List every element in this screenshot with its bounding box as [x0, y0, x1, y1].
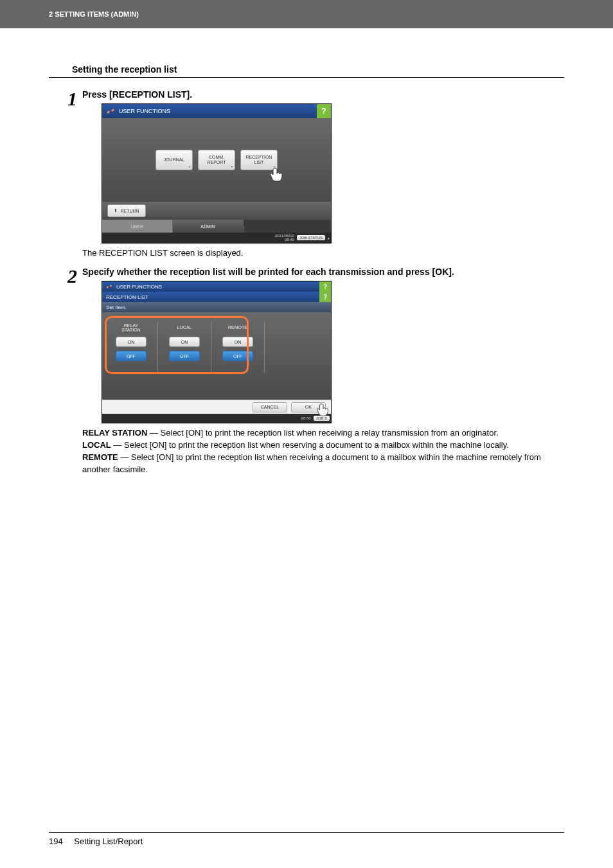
relay-on-button[interactable]: ON	[116, 337, 147, 347]
content: Setting the reception list 1 Press [RECE…	[0, 28, 613, 476]
screenshot-1: USER FUNCTIONS ? JOURNAL ▸ COMM. REPORT …	[102, 103, 332, 244]
screen-title: USER FUNCTIONS	[116, 284, 162, 290]
return-button[interactable]: ⬆ RETURN	[107, 204, 146, 217]
col-label: RELAY STATION	[109, 321, 154, 334]
expand-icon: ▸	[189, 164, 191, 169]
divider	[157, 321, 158, 373]
divider	[211, 321, 211, 373]
journal-label: JOURNAL	[164, 157, 185, 163]
screen-subtitle: RECEPTION LIST	[106, 294, 148, 300]
col-remote: REMOTE ON OFF	[215, 321, 260, 373]
col-local: LOCAL ON OFF	[162, 321, 207, 373]
ok-button[interactable]: OK	[291, 402, 326, 412]
screenshot-2-wrap: USER FUNCTIONS ? RECEPTION LIST ? Set It…	[102, 281, 564, 423]
screenshot-1-wrap: USER FUNCTIONS ? JOURNAL ▸ COMM. REPORT …	[102, 103, 564, 244]
screen-titlebar: USER FUNCTIONS ?	[102, 281, 331, 292]
return-row: ⬆ RETURN	[102, 202, 331, 220]
tab-admin[interactable]: ADMIN	[173, 220, 244, 233]
step-number: 1	[49, 89, 77, 109]
desc-local-text: — Select [ON] to print the reception lis…	[111, 440, 509, 450]
tools-icon	[106, 283, 112, 290]
screen-subtitle-bar: RECEPTION LIST ?	[102, 292, 331, 302]
chapter-title: 2 SETTING ITEMS (ADMIN)	[49, 10, 139, 18]
job-status-button[interactable]: JOB STATUS	[297, 235, 325, 240]
desc-remote-label: REMOTE	[82, 452, 118, 462]
journal-button[interactable]: JOURNAL ▸	[155, 150, 193, 170]
col-relay-station: RELAY STATION ON OFF	[109, 321, 154, 373]
footer-title: Setting List/Report	[74, 837, 143, 846]
return-arrow-icon: ⬆	[114, 208, 118, 213]
local-off-button[interactable]: OFF	[169, 351, 200, 361]
comm-report-button[interactable]: COMM. REPORT ▸	[198, 150, 235, 170]
status-date: 2011/05/10 08:49	[275, 234, 294, 242]
tabs: USER ADMIN	[102, 220, 331, 233]
status-bar: 2011/05/10 08:49 JOB STATUS ▸	[102, 233, 331, 243]
bottom-bar: CANCEL OK	[102, 400, 331, 414]
step-number: 2	[49, 267, 77, 286]
return-label: RETURN	[120, 209, 139, 213]
desc-local: LOCAL — Select [ON] to print the recepti…	[82, 439, 564, 452]
step-body: Specify whether the reception list will …	[77, 267, 564, 475]
option-columns: RELAY STATION ON OFF LOCAL ON OFF	[109, 321, 324, 373]
local-on-button[interactable]: ON	[169, 337, 200, 347]
hand-cursor-icon	[316, 403, 330, 418]
screenshot-2: USER FUNCTIONS ? RECEPTION LIST ? Set It…	[102, 281, 332, 423]
status-bar: 08:50 JOB S	[102, 414, 331, 423]
step-1-title: Press [RECEPTION LIST].	[82, 89, 564, 100]
desc-local-label: LOCAL	[82, 440, 111, 450]
tab-user[interactable]: USER	[102, 220, 173, 233]
step-1-after: The RECEPTION LIST screen is displayed.	[82, 247, 564, 259]
section-title: Setting the reception list	[49, 64, 564, 78]
tools-icon	[106, 107, 115, 116]
page-number: 194	[49, 837, 63, 846]
page-header: 2 SETTING ITEMS (ADMIN)	[0, 0, 613, 28]
page-footer: 194 Setting List/Report	[49, 832, 564, 846]
relay-off-button[interactable]: OFF	[116, 351, 147, 361]
screen-titlebar: USER FUNCTIONS ?	[102, 104, 331, 118]
remote-on-button[interactable]: ON	[222, 337, 253, 347]
comm-report-label: COMM. REPORT	[207, 155, 226, 164]
divider	[264, 321, 265, 373]
desc-remote-text: — Select [ON] to print the reception lis…	[82, 452, 541, 474]
desc-relay: RELAY STATION — Select [ON] to print the…	[82, 427, 564, 439]
ok-label: OK	[305, 405, 312, 409]
step-body: Press [RECEPTION LIST]. USER FUNCTIONS ?…	[77, 89, 564, 264]
expand-icon: ▸	[328, 236, 330, 240]
step-2: 2 Specify whether the reception list wil…	[49, 267, 564, 475]
screen-main: JOURNAL ▸ COMM. REPORT ▸ RECEPTION LIST …	[102, 118, 331, 202]
remote-off-button[interactable]: OFF	[222, 351, 253, 361]
desc-remote: REMOTE — Select [ON] to print the recept…	[82, 452, 564, 476]
hand-cursor-icon	[269, 167, 285, 184]
desc-relay-text: — Select [ON] to print the reception lis…	[147, 428, 498, 438]
screen-title: USER FUNCTIONS	[119, 108, 170, 114]
help-icon[interactable]: ?	[319, 292, 331, 302]
reception-list-button[interactable]: RECEPTION LIST ▸	[240, 150, 278, 170]
screen-main: RELAY STATION ON OFF LOCAL ON OFF	[102, 312, 331, 400]
help-icon[interactable]: ?	[319, 281, 331, 292]
expand-icon: ▸	[231, 164, 233, 169]
step-2-title: Specify whether the reception list will …	[82, 267, 564, 277]
step-1: 1 Press [RECEPTION LIST]. USER FUNCTIONS…	[49, 89, 564, 264]
set-item-label: Set Item.	[102, 302, 331, 312]
reception-list-label: RECEPTION LIST	[246, 155, 272, 164]
cancel-button[interactable]: CANCEL	[253, 402, 287, 412]
status-date: 08:50	[301, 416, 311, 420]
col-label: REMOTE	[215, 321, 260, 334]
help-icon[interactable]: ?	[317, 104, 331, 118]
desc-relay-label: RELAY STATION	[82, 428, 147, 438]
col-label: LOCAL	[162, 321, 207, 334]
